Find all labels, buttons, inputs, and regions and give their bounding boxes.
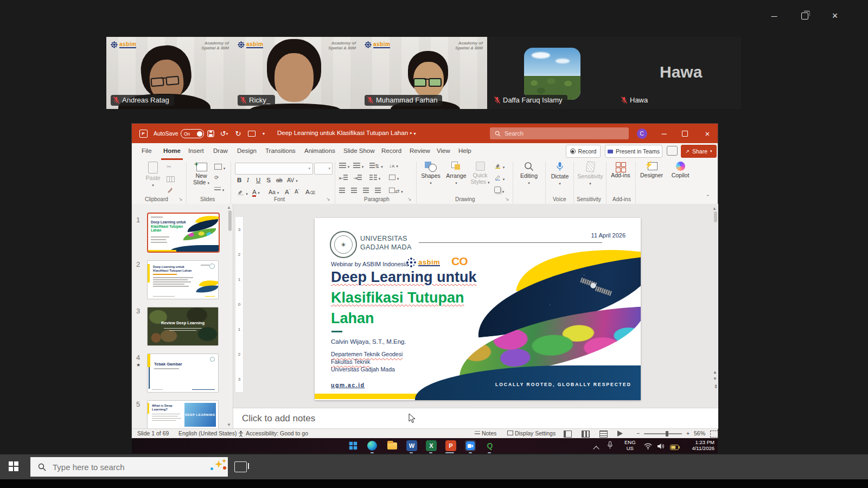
slideshow-view-button[interactable] <box>617 431 623 436</box>
tab-design[interactable]: Design <box>235 143 259 158</box>
language-indicator[interactable]: English (United States) <box>178 430 237 436</box>
zoom-in-button[interactable]: + <box>686 430 690 436</box>
minimize-window-button[interactable]: ─ <box>766 10 782 22</box>
close-ppt-button[interactable]: × <box>697 124 718 143</box>
shared-zoom-icon[interactable] <box>465 440 476 451</box>
justify-button[interactable] <box>375 188 381 194</box>
shared-powerpoint-icon[interactable]: P <box>445 440 456 451</box>
restore-window-button[interactable] <box>796 10 813 22</box>
bold-button[interactable]: B <box>237 177 241 183</box>
participant-tile-farhan[interactable]: asbim Academy ofSpatial & BIM Muhammad F… <box>360 37 487 109</box>
tab-animations[interactable]: Animations <box>302 143 337 158</box>
close-window-button[interactable]: × <box>827 10 843 22</box>
tab-record[interactable]: Record <box>379 143 404 158</box>
bullets-button[interactable]: ▾ <box>339 163 349 169</box>
comments-button[interactable] <box>667 146 678 156</box>
thumbnail-scrollbar[interactable] <box>228 210 232 231</box>
slide-title-line1[interactable]: Deep Learning untuk <box>331 269 477 286</box>
participant-tile-daffa[interactable]: Daffa Faruq Islamy <box>487 37 614 109</box>
text-shadow-button[interactable]: S <box>266 177 271 183</box>
start-slideshow-button[interactable] <box>246 124 258 143</box>
clear-formatting-button[interactable]: A⌫ <box>305 189 315 195</box>
participant-tile-andreas[interactable]: asbim Academy ofSpatial & BIM Andreas Ra… <box>106 37 233 109</box>
zoom-slider-thumb[interactable] <box>666 431 668 436</box>
thumbnail-scroll-up[interactable]: ▲ <box>227 205 231 210</box>
dictate-button[interactable]: Dictate▾ <box>547 162 572 186</box>
decrease-font-button[interactable]: Aˇ <box>295 189 299 195</box>
participant-tile-hawa[interactable]: Hawa Hawa <box>614 37 741 109</box>
columns-button[interactable]: ▾ <box>369 175 380 181</box>
highlight-button[interactable]: ▾ <box>237 189 248 196</box>
shapes-button[interactable]: Shapes▾ <box>419 162 442 185</box>
cut-button[interactable]: ✂ <box>167 164 171 170</box>
reset-slide-button[interactable]: ⟳ <box>214 175 219 181</box>
section-button[interactable]: ▾ <box>214 187 224 192</box>
font-size-dropdown[interactable]: ▾ <box>314 163 333 175</box>
drawing-dialog-launcher[interactable]: ↘ <box>505 196 509 202</box>
slide-thumbnail-3[interactable]: Review Deep Learning <box>147 307 219 346</box>
normal-view-button[interactable] <box>564 431 572 438</box>
editor-scroll-up[interactable]: ▲ <box>712 206 717 211</box>
slide-sorter-view-button[interactable] <box>582 431 590 438</box>
editor-scrollbar[interactable] <box>714 211 717 222</box>
record-button[interactable]: Record <box>566 145 601 158</box>
character-spacing-button[interactable]: AV ▾ <box>287 177 298 183</box>
undo-button[interactable]: ↺▾ <box>218 124 231 143</box>
shared-start-button[interactable] <box>348 440 359 451</box>
slide-layout-button[interactable]: ▾ <box>214 164 225 171</box>
shape-outline-button[interactable]: ▾ <box>494 175 505 182</box>
align-left-button[interactable] <box>339 188 345 194</box>
collapse-ribbon-chevron[interactable]: ⌃ <box>706 194 710 200</box>
shared-battery-icon[interactable] <box>670 442 680 452</box>
tab-view[interactable]: View <box>435 143 452 158</box>
tab-home[interactable]: Home <box>161 143 183 160</box>
align-right-button[interactable] <box>363 188 369 194</box>
quick-access-more-button[interactable]: ▾ <box>259 124 269 143</box>
designer-button[interactable]: ⚡ Designer <box>637 162 666 178</box>
new-slide-button[interactable]: + NewSlide ▾ <box>189 162 213 185</box>
shared-speaker-icon[interactable] <box>657 442 665 452</box>
slide-title-line2[interactable]: Klasifikasi Tutupan <box>331 290 464 306</box>
sensitivity-button[interactable]: Sensitivity▾ <box>576 162 605 186</box>
change-case-button[interactable]: Aa ▾ <box>269 189 279 195</box>
reading-view-button[interactable] <box>599 431 608 438</box>
tab-draw[interactable]: Draw <box>211 143 230 158</box>
slide-thumbnail-5[interactable]: What is Deep Learning? DEEP LEARNING <box>147 400 219 428</box>
paragraph-dialog-launcher[interactable]: ↘ <box>407 196 412 202</box>
tab-file[interactable]: File <box>139 143 154 158</box>
tab-slideshow[interactable]: Slide Show <box>341 143 377 158</box>
shape-effects-button[interactable]: ▾ <box>494 187 504 194</box>
align-center-button[interactable] <box>351 188 357 194</box>
slide-author[interactable]: Calvin Wijaya, S.T., M.Eng. <box>331 338 406 345</box>
convert-smartart-button[interactable]: ⇄ ▾ <box>389 188 403 194</box>
slide-thumbnail-4[interactable]: Tebak Gambar <box>147 354 219 393</box>
thumbnail-scroll-down[interactable]: ▼ <box>227 422 231 427</box>
previous-slide-button[interactable]: ▲ <box>713 370 717 375</box>
shared-clock[interactable]: 1:23 PM4/11/2026 <box>686 439 714 451</box>
shared-explorer-icon[interactable] <box>387 440 398 451</box>
present-in-teams-button[interactable]: Present in Teams <box>605 145 662 158</box>
increase-font-button[interactable]: Aˆ <box>285 189 290 195</box>
restore-ppt-button[interactable] <box>675 124 694 143</box>
start-button[interactable] <box>9 461 18 471</box>
slide-date[interactable]: 11 April 2026 <box>591 232 626 239</box>
shared-qgis-icon[interactable]: Q <box>484 440 495 451</box>
display-settings-button[interactable]: Display Settings <box>507 430 556 436</box>
font-name-dropdown[interactable]: ▾ <box>235 163 313 175</box>
text-height-button[interactable]: ↓A ▾ <box>389 163 398 169</box>
accessibility-status[interactable]: Accessibility: Good to go <box>246 430 308 436</box>
scroll-split-handle[interactable]: ⇕ <box>713 384 718 389</box>
copilot-button[interactable]: Copilot <box>668 162 693 178</box>
slide-canvas[interactable]: LOCALLY ROOTED, GLOBALLY RESPECTED ✶ UNI… <box>315 218 641 400</box>
tab-transitions[interactable]: Transitions <box>263 143 298 158</box>
next-slide-button[interactable]: ▼ <box>713 376 717 381</box>
font-color-button[interactable]: A ▾ <box>252 189 260 195</box>
tab-help[interactable]: Help <box>456 143 474 158</box>
fit-to-window-button[interactable] <box>710 431 718 438</box>
format-painter-button[interactable] <box>167 187 173 194</box>
shared-excel-icon[interactable]: X <box>426 440 437 451</box>
quick-styles-button[interactable]: QuickStyles ▾ <box>469 162 491 185</box>
shared-wifi-icon[interactable] <box>644 442 652 452</box>
tab-insert[interactable]: Insert <box>186 143 206 158</box>
search-input[interactable] <box>52 462 173 472</box>
